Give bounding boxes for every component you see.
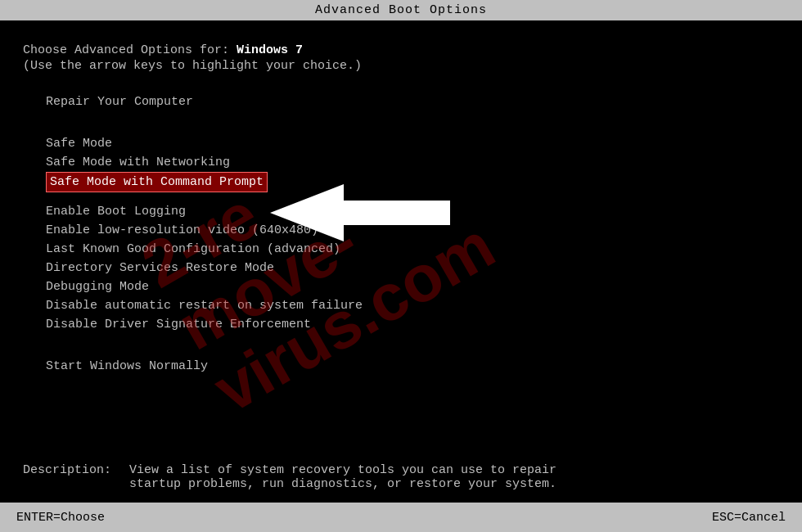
repair-your-computer[interactable]: Repair Your Computer — [46, 92, 779, 111]
bottom-enter-label: ENTER=Choose — [16, 511, 105, 525]
menu-item-last-known-good[interactable]: Last Known Good Configuration (advanced) — [46, 240, 779, 259]
description-row1: Description: View a list of system recov… — [23, 463, 779, 477]
menu-item-safe-mode-networking[interactable]: Safe Mode with Networking — [46, 153, 779, 172]
menu-item-low-res[interactable]: Enable low-resolution video (640x480) — [46, 221, 779, 240]
menu-item-safe-mode-cmd[interactable]: Safe Mode with Command Prompt — [46, 172, 268, 192]
description-row2: startup problems, run diagnostics, or re… — [23, 477, 779, 491]
header-line2: (Use the arrow keys to highlight your ch… — [23, 59, 779, 73]
repair-section: Repair Your Computer — [23, 92, 779, 111]
menu-item-debugging[interactable]: Debugging Mode — [46, 277, 779, 296]
header-os: Windows 7 — [237, 43, 303, 57]
menu-item-start-normally[interactable]: Start Windows Normally — [46, 357, 779, 376]
menu-item-directory-services[interactable]: Directory Services Restore Mode — [46, 259, 779, 277]
description-line1: View a list of system recovery tools you… — [129, 463, 556, 477]
header-prefix: Choose Advanced Options for: — [23, 43, 237, 57]
description-section: Description: View a list of system recov… — [0, 463, 802, 491]
menu-item-boot-logging[interactable]: Enable Boot Logging — [46, 202, 779, 221]
description-label-spacer — [23, 477, 129, 491]
description-line2: startup problems, run diagnostics, or re… — [129, 477, 556, 491]
title-bar: Advanced Boot Options — [0, 0, 802, 20]
bottom-bar: ENTER=Choose ESC=Cancel — [0, 503, 802, 532]
menu-section: Safe Mode Safe Mode with Networking Safe… — [23, 128, 779, 334]
title-text: Advanced Boot Options — [315, 3, 487, 17]
menu-item-disable-restart[interactable]: Disable automatic restart on system fail… — [46, 296, 779, 315]
bottom-esc-label: ESC=Cancel — [712, 511, 786, 525]
main-content: Choose Advanced Options for: Windows 7 (… — [0, 20, 802, 392]
menu-item-disable-driver-sig[interactable]: Disable Driver Signature Enforcement — [46, 315, 779, 334]
header-line1: Choose Advanced Options for: Windows 7 — [23, 43, 779, 57]
description-label: Description: — [23, 463, 129, 477]
extended-options: Enable Boot Logging Enable low-resolutio… — [46, 202, 779, 334]
menu-item-safe-mode[interactable]: Safe Mode — [46, 134, 779, 153]
start-normally-section: Start Windows Normally — [23, 350, 779, 376]
